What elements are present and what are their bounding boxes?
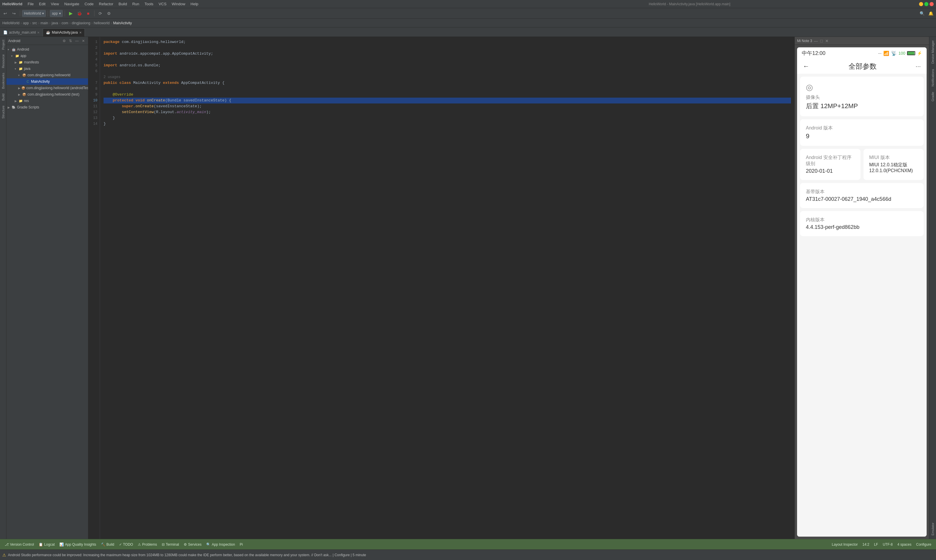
emulator-icon[interactable]: Emulator: [930, 520, 935, 538]
structure-icon[interactable]: Structure: [1, 104, 6, 120]
tree-package-test[interactable]: ▶ 📦 com.dingjiaxiong.helloworld (test): [6, 91, 88, 98]
toolbar-separator-3: [65, 11, 65, 16]
message-bar: ⚠ Android Studio performance could be im…: [0, 549, 936, 560]
phone-back-button[interactable]: ←: [803, 63, 810, 70]
settings-button[interactable]: ⚙: [105, 9, 113, 17]
layout-inspector-item[interactable]: Layout Inspector: [830, 543, 860, 546]
menu-vcs[interactable]: VCS: [156, 1, 169, 7]
code-line-4: [103, 57, 791, 63]
tree-manifests[interactable]: ▶ 📁 manifests: [6, 59, 88, 65]
sync-button[interactable]: ⟳: [96, 9, 105, 17]
menu-refactor[interactable]: Refactor: [97, 1, 116, 7]
breadcrumb-dingjiaxiong[interactable]: dingjiaxiong: [72, 21, 90, 25]
maximize-button[interactable]: □: [924, 2, 928, 6]
tree-package-main[interactable]: ▾ 📦 com.dingjiaxiong.helloworld: [6, 72, 88, 78]
search-button[interactable]: 🔍: [918, 9, 926, 17]
gradle-label[interactable]: Gradle: [930, 89, 935, 104]
panel-close-icon[interactable]: ✕: [80, 38, 86, 44]
breadcrumb-helloworld[interactable]: HelloWorld: [2, 21, 19, 25]
panel-gear-icon[interactable]: ⚙: [61, 38, 67, 44]
breadcrumb-helloworld2[interactable]: helloworld: [94, 21, 110, 25]
tab-activity-main-xml[interactable]: 📄 activity_main.xml ✕: [0, 28, 43, 37]
debug-button[interactable]: 🐞: [76, 9, 84, 17]
tree-java[interactable]: ▾ 📁 java: [6, 65, 88, 72]
cursor-position-item: 14:2: [860, 543, 872, 546]
menu-tools[interactable]: Tools: [142, 1, 156, 7]
menu-edit[interactable]: Edit: [37, 1, 48, 7]
indent-item[interactable]: 4 spaces: [895, 543, 914, 546]
phone-content[interactable]: ◎ 摄像头 后置 12MP+12MP Android 版本 9 Android …: [797, 74, 927, 537]
phone-close-button[interactable]: ✕: [825, 38, 829, 43]
breadcrumb-src[interactable]: src: [32, 21, 37, 25]
stop-button[interactable]: ■: [84, 9, 93, 17]
menu-file[interactable]: File: [25, 1, 36, 7]
kernel-label: 内核版本: [806, 217, 918, 223]
configure-item[interactable]: Configure: [914, 543, 934, 546]
version-control-tab[interactable]: ⎇ Version Control: [2, 539, 36, 549]
menu-code[interactable]: Code: [82, 1, 96, 7]
tab-java-close[interactable]: ✕: [79, 31, 82, 34]
menu-window[interactable]: Window: [170, 1, 188, 7]
project-icon[interactable]: Project: [1, 38, 6, 51]
tree-mainactivity[interactable]: C MainActivity: [6, 78, 88, 85]
tree-gradle-scripts[interactable]: ▶ 🐘 Gradle Scripts: [6, 104, 88, 111]
tab-java-icon: ☕: [46, 31, 50, 34]
breadcrumb-mainactivity[interactable]: MainActivity: [113, 21, 132, 25]
menu-help[interactable]: Help: [188, 1, 200, 7]
breadcrumb-com[interactable]: com: [62, 21, 68, 25]
phone-maximize-button[interactable]: □: [820, 38, 822, 43]
panel-sort-icon[interactable]: ⇅: [68, 38, 73, 44]
close-button[interactable]: ✕: [930, 2, 934, 6]
notifications-label[interactable]: Notifications: [930, 67, 935, 89]
services-tab[interactable]: ⚙ Services: [181, 539, 204, 549]
breadcrumb-app[interactable]: app: [23, 21, 29, 25]
line-ending-item[interactable]: LF: [872, 543, 880, 546]
app-quality-tab[interactable]: 📊 App Quality Insights: [57, 539, 99, 549]
tab-xml-close[interactable]: ✕: [37, 31, 40, 34]
tree-res[interactable]: ▶ 📁 res: [6, 98, 88, 104]
editor-tabs: 📄 activity_main.xml ✕ ☕ MainActivity.jav…: [0, 28, 936, 37]
problems-tab[interactable]: ⚠ Problems: [136, 539, 159, 549]
todo-tab[interactable]: ✓ TODO: [117, 539, 136, 549]
phone-card-miui: MIUI 版本 MIUI 12.0.1稳定版 12.0.1.0(PCHCNXM): [864, 149, 924, 180]
phone-more-button[interactable]: ⋯: [916, 63, 921, 69]
phone-time: 中午12:00: [802, 50, 825, 57]
tree-android-root[interactable]: ▾ 🤖 Android: [6, 46, 88, 52]
config-dropdown[interactable]: app ▾: [50, 10, 63, 17]
tree-package-androidtest[interactable]: ▶ 📦 com.dingjiaxiong.helloworld (android…: [6, 85, 88, 91]
undo-button[interactable]: ↩: [1, 9, 9, 17]
code-line-8: [103, 86, 791, 92]
device-manager-label[interactable]: Device Manager: [930, 38, 935, 66]
menu-navigate[interactable]: Navigate: [62, 1, 82, 7]
tab-mainactivity-java[interactable]: ☕ MainActivity.java ✕: [43, 28, 85, 37]
pi-tab[interactable]: Pi: [237, 539, 245, 549]
terminal-tab[interactable]: ⊟ Terminal: [159, 539, 181, 549]
notifications-button[interactable]: 🔔: [927, 9, 935, 17]
resource-manager-icon[interactable]: Resource: [1, 52, 6, 70]
code-view[interactable]: 1 2 3 4 5 6 7 8 9 10 11 12 13 14 package…: [88, 37, 794, 539]
encoding-item[interactable]: UTF-8: [880, 543, 895, 546]
breadcrumb-java[interactable]: java: [52, 21, 58, 25]
project-dropdown[interactable]: HelloWorld ▾: [22, 10, 46, 17]
menu-run[interactable]: Run: [130, 1, 142, 7]
build-tab[interactable]: 🔨 Build: [99, 539, 117, 549]
panel-collapse-icon[interactable]: —: [74, 38, 80, 44]
signal-icon: 📡: [891, 51, 897, 56]
quality-icon: 📊: [59, 543, 64, 546]
status-right-items: Layout Inspector 14:2 LF UTF-8 4 spaces …: [830, 543, 934, 546]
tree-toggle-app: ▾: [11, 54, 14, 58]
run-button[interactable]: ▶: [67, 9, 75, 17]
bookmarks-icon[interactable]: Bookmarks: [1, 71, 6, 91]
tree-app[interactable]: ▾ 📁 app: [6, 52, 88, 59]
redo-button[interactable]: ↪: [10, 9, 18, 17]
wifi-icon: 📶: [884, 51, 889, 56]
minimize-button[interactable]: —: [919, 2, 923, 6]
build-variants-icon[interactable]: Build: [1, 92, 6, 102]
menu-view[interactable]: View: [49, 1, 62, 7]
menu-build[interactable]: Build: [116, 1, 129, 7]
app-inspection-tab[interactable]: 🔍 App Inspection: [204, 539, 237, 549]
logcat-tab[interactable]: 📋 Logcat: [36, 539, 57, 549]
code-text[interactable]: package com.dingjiaxiong.helloworld; imp…: [100, 37, 794, 539]
breadcrumb-main[interactable]: main: [41, 21, 48, 25]
phone-minimize-button[interactable]: —: [814, 38, 818, 43]
